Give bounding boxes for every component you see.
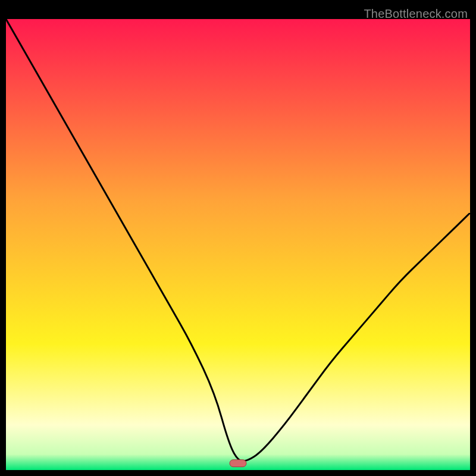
chart-frame: TheBottleneck.com	[6, 6, 470, 470]
optimal-point-marker	[230, 460, 246, 467]
plot-area	[6, 19, 470, 470]
bottleneck-chart	[6, 19, 470, 470]
gradient-background	[6, 19, 470, 470]
